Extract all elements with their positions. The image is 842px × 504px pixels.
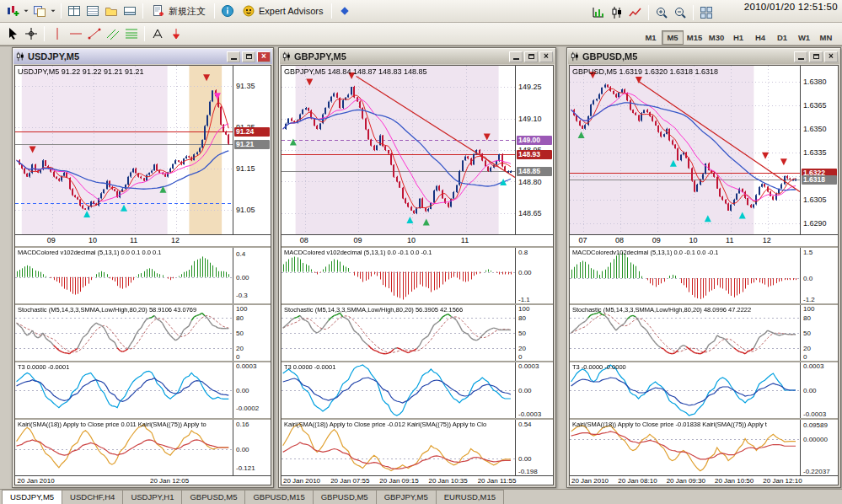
- window-maximize-button[interactable]: [524, 51, 538, 62]
- tab-USDJPYM5-0[interactable]: USDJPY,M5: [2, 490, 62, 504]
- indicator-label: Stochastic (M5,14,3,3,SMMA,Low/High,80,2…: [18, 306, 196, 314]
- indicator-label: Kairi(SMA((18)) Apply to Close price -0.…: [284, 421, 486, 428]
- bottom-time-label: 20 Jan 12:10: [763, 477, 802, 485]
- toolbar-separator: [693, 5, 694, 20]
- candle-chart-button[interactable]: [608, 3, 626, 22]
- timeframe-M5[interactable]: M5: [662, 30, 684, 45]
- indicator-axis-label: 0.0003: [803, 362, 823, 370]
- time-axis: 070809101112: [570, 234, 838, 246]
- price-axis-label: 1.6365: [803, 101, 827, 110]
- window-titlebar[interactable]: GBPUSD,M5×: [568, 49, 839, 64]
- trendline-icon: [88, 27, 101, 40]
- expert-advisors-button[interactable]: Expert Advisors: [237, 2, 328, 20]
- window-title: USDJPY,M5: [28, 51, 227, 62]
- price-tag: 91.24: [234, 127, 270, 137]
- timeframe-M1[interactable]: M1: [640, 30, 662, 45]
- new-order-button[interactable]: 新規注文: [147, 2, 211, 20]
- main-chart-canvas[interactable]: [570, 66, 800, 234]
- tile-windows-button[interactable]: [697, 3, 716, 22]
- tab-USDCHFH4-1[interactable]: USDCHF,H4: [62, 490, 123, 504]
- price-tag: 149.00: [517, 136, 552, 145]
- window-minimize-button[interactable]: [227, 51, 240, 62]
- indicator-label: Stochastic (M5,14,3,3,SMMA,Low/High,80,2…: [572, 306, 751, 314]
- tab-GBPUSDM5-3[interactable]: GBPUSD,M5: [181, 490, 245, 504]
- timeframe-D1[interactable]: D1: [771, 30, 793, 45]
- line-chart-button[interactable]: [626, 3, 645, 22]
- cursor-button[interactable]: [3, 24, 22, 43]
- main-chart-canvas[interactable]: [15, 66, 233, 234]
- dropdown-arrow-icon[interactable]: [22, 2, 30, 20]
- bottom-time-label: 20 Jan 09:15: [379, 477, 418, 485]
- toolbar-separator: [648, 5, 649, 20]
- new-chart-button[interactable]: [3, 2, 22, 20]
- bottom-time-label: 20 Jan 2010: [571, 477, 609, 485]
- indicator-plot: Stochastic (M5,14,3,3,SMMA,Low/High,80,2…: [15, 305, 233, 361]
- tab-GBPJPYM5-6[interactable]: GBPJPY,M5: [376, 490, 437, 504]
- terminal-button[interactable]: [121, 2, 139, 20]
- indicator-panel: Stochastic (M5,14,3,3,SMMA,Low/High,80,2…: [570, 303, 838, 361]
- window-minimize-button[interactable]: [794, 51, 807, 62]
- data-window-icon: [86, 4, 99, 18]
- info-button[interactable]: [218, 2, 237, 20]
- indicator-axis-label: 0: [236, 353, 239, 361]
- metaeditor-button[interactable]: [335, 2, 354, 20]
- text-button[interactable]: [148, 24, 167, 43]
- time-axis-label: 10: [689, 236, 697, 244]
- time-axis: 09101112: [15, 234, 271, 246]
- toolbar-draw-left: [3, 23, 185, 45]
- timeframe-H4[interactable]: H4: [749, 30, 771, 45]
- window-close-button[interactable]: ×: [257, 51, 271, 62]
- window-titlebar[interactable]: GBPJPY,M5×: [280, 49, 555, 64]
- toolbar-separator: [214, 3, 215, 19]
- timeframe-M15[interactable]: M15: [684, 30, 705, 45]
- chart-window-icon: [15, 51, 25, 62]
- tab-EURUSDM15-7[interactable]: EURUSD,M15: [436, 490, 504, 504]
- chart-body: GBPUSD,M5 1.6319 1.6320 1.6318 1.63181.6…: [569, 65, 839, 485]
- zoom-out-button[interactable]: [671, 3, 689, 22]
- window-title: GBPUSD,M5: [582, 51, 794, 62]
- timeframe-H1[interactable]: H1: [727, 30, 749, 45]
- tab-GBPUSDM15-4[interactable]: GBPUSD,M15: [244, 490, 313, 504]
- channel-button[interactable]: [104, 24, 122, 43]
- profiles-button[interactable]: [30, 2, 49, 20]
- vline-button[interactable]: [48, 24, 67, 43]
- timeframe-M30[interactable]: M30: [705, 30, 727, 45]
- window-minimize-button[interactable]: [509, 51, 523, 62]
- window-close-button[interactable]: ×: [539, 51, 553, 62]
- metaeditor-icon: [338, 4, 351, 18]
- bottom-time-label: 20 Jan 08:10: [618, 477, 657, 485]
- indicator-axis: 0.160.00-0.121: [233, 420, 271, 475]
- market-watch-button[interactable]: [65, 2, 83, 20]
- bottom-time-label: 20 Jan 09:30: [667, 477, 705, 485]
- navigator-button[interactable]: [102, 2, 121, 20]
- hline-icon: [69, 27, 83, 40]
- bottom-time-row: 20 Jan 201020 Jan 07:5520 Jan 09:1520 Ja…: [282, 475, 553, 485]
- fibonacci-button[interactable]: [122, 24, 141, 43]
- main-chart-row: USDJPY,M5 91.22 91.22 91.21 91.2191.3591…: [15, 66, 271, 234]
- chart-body: GBPJPY,M5 148.84 148.87 148.83 148.85149…: [281, 65, 554, 485]
- arrows-tool-button[interactable]: [167, 24, 185, 43]
- indicator-axis-label: 0: [803, 353, 807, 361]
- crosshair-button[interactable]: [22, 24, 40, 43]
- tab-USDJPYH1-2[interactable]: USDJPY,H1: [122, 490, 182, 504]
- window-maximize-button[interactable]: [809, 51, 823, 62]
- indicator-plot: Stochastic (M5,14,3,3,SMMA,Low/High,80,2…: [570, 305, 801, 361]
- timeframe-W1[interactable]: W1: [793, 30, 815, 45]
- window-close-button[interactable]: ×: [824, 51, 838, 62]
- bottom-time-label: 20 Jan 2010: [283, 477, 320, 485]
- tab-GBPUSDM5-5[interactable]: GBPUSD,M5: [313, 490, 377, 504]
- data-window-button[interactable]: [83, 2, 102, 20]
- bar-chart-button[interactable]: [589, 3, 608, 22]
- dropdown-arrow-icon[interactable]: [49, 2, 57, 20]
- time-axis-label: 11: [726, 236, 733, 244]
- zoom-in-button[interactable]: [652, 3, 671, 22]
- main-chart-canvas[interactable]: [282, 66, 515, 234]
- timeframe-MN[interactable]: MN: [815, 30, 837, 45]
- trendline-button[interactable]: [85, 24, 104, 43]
- time-axis-label: 07: [578, 236, 587, 244]
- window-maximize-button[interactable]: [242, 51, 255, 62]
- hline-button[interactable]: [67, 24, 85, 43]
- toolbar-separator: [61, 3, 62, 19]
- price-axis-label: 91.05: [236, 206, 255, 214]
- window-titlebar[interactable]: USDJPY,M5×: [13, 49, 272, 64]
